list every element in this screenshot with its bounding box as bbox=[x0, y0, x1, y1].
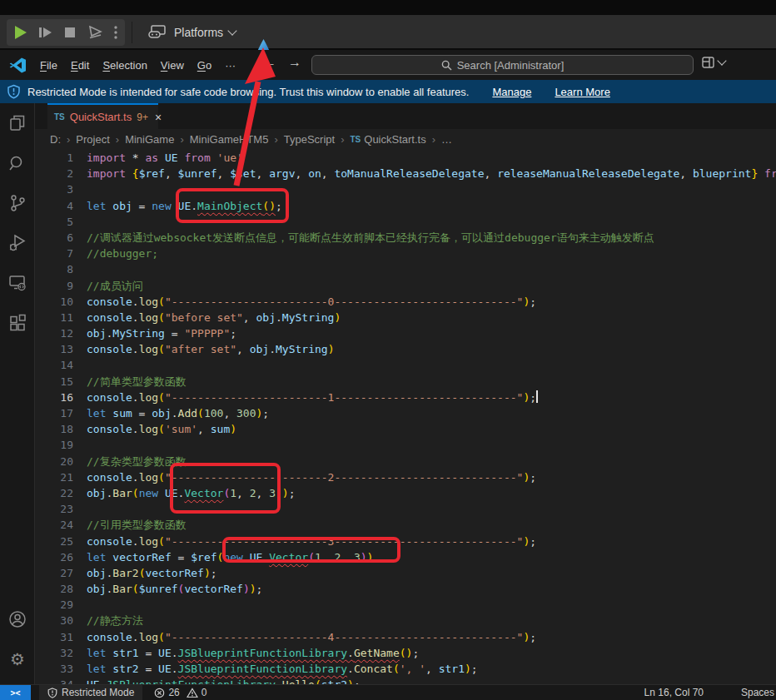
code-token bbox=[126, 167, 132, 180]
line-number: 3 bbox=[35, 181, 73, 197]
line-number: 11 bbox=[35, 310, 73, 325]
manage-link[interactable]: Manage bbox=[492, 86, 531, 98]
sidebar-item-search[interactable] bbox=[0, 143, 35, 183]
code-token: = bbox=[132, 200, 152, 212]
code-token: ; bbox=[530, 471, 536, 484]
code-token: obj bbox=[87, 327, 106, 340]
command-search-input[interactable]: Search [Administrator] bbox=[311, 55, 694, 75]
restricted-mode-status[interactable]: Restricted Mode bbox=[39, 685, 142, 700]
launch-button[interactable] bbox=[87, 23, 103, 42]
breadcrumb-item-project[interactable]: Project bbox=[76, 133, 109, 146]
menu-go[interactable]: Go bbox=[191, 56, 218, 75]
code-token: let bbox=[87, 200, 106, 212]
breadcrumb-item-minigamehtm5[interactable]: MiniGameHTM5 bbox=[190, 133, 269, 146]
breadcrumb-label: MiniGameHTM5 bbox=[190, 133, 269, 146]
code-token: ) bbox=[250, 583, 256, 595]
line-number: 24 bbox=[35, 517, 73, 533]
remote-indicator[interactable]: >< bbox=[0, 685, 31, 700]
tab-quickstart-ts[interactable]: TS QuickStart.ts 9+ × bbox=[47, 103, 158, 129]
code-token: let bbox=[87, 551, 106, 563]
code-token: Hello bbox=[282, 678, 315, 684]
menu-[interactable]: ··· bbox=[218, 56, 242, 75]
learn-more-link[interactable]: Learn More bbox=[555, 86, 609, 98]
line-number: 6 bbox=[35, 230, 73, 246]
code-token: . bbox=[276, 311, 282, 324]
sidebar-item-run-debug[interactable] bbox=[0, 223, 35, 263]
code-token: "------------------------0--------------… bbox=[165, 295, 523, 308]
code-token: . bbox=[132, 391, 139, 404]
code-line-1: 1import * as UE from 'ue' bbox=[35, 150, 776, 166]
code-line-22: 22obj.Bar(new UE.Vector(1, 2, 3)); bbox=[35, 485, 776, 501]
problems-status[interactable]: 26 0 bbox=[154, 687, 206, 698]
accounts-button[interactable] bbox=[0, 599, 35, 639]
line-number: 18 bbox=[35, 421, 73, 437]
code-line-27: 27obj.Bar2(vectorRef); bbox=[35, 565, 776, 581]
search-icon bbox=[7, 153, 27, 173]
code-token: , bbox=[296, 167, 309, 180]
code-token: MyString bbox=[112, 327, 165, 340]
code-token: , bbox=[217, 167, 231, 180]
play-icon bbox=[12, 24, 28, 41]
code-token: "PPPPP" bbox=[184, 327, 230, 340]
line-number: 22 bbox=[35, 485, 73, 501]
code-line-7: 7//debugger; bbox=[35, 246, 776, 261]
line-number: 26 bbox=[35, 549, 73, 565]
line-col-indicator[interactable]: Ln 16, Col 70 bbox=[644, 687, 704, 698]
more-options-button[interactable] bbox=[112, 23, 120, 42]
code-token: , bbox=[256, 487, 270, 499]
forward-arrow-icon[interactable]: → bbox=[288, 55, 301, 70]
shield-icon bbox=[47, 688, 57, 698]
code-token: ) bbox=[204, 567, 211, 579]
code-token: ) bbox=[367, 551, 374, 563]
code-token: ; bbox=[530, 391, 536, 404]
sidebar-item-source-control[interactable] bbox=[0, 183, 35, 223]
sidebar-item-remote-explorer[interactable] bbox=[0, 263, 35, 303]
code-token: releaseManualReleaseDelegate bbox=[497, 167, 679, 180]
code-line-12: 12obj.MyString = "PPPPP"; bbox=[35, 325, 776, 341]
breadcrumb-separator: › bbox=[67, 133, 70, 146]
menu-file[interactable]: File bbox=[33, 56, 64, 75]
line-number: 34 bbox=[35, 677, 73, 684]
code-token bbox=[211, 151, 217, 164]
code-token: sum bbox=[211, 423, 230, 435]
breadcrumb-item-typescript[interactable]: TypeScript bbox=[284, 133, 335, 146]
frame-skip-button[interactable] bbox=[37, 23, 53, 42]
code-token: JSBlueprintFunctionLibrary bbox=[178, 663, 348, 675]
code-line-4: 4let obj = new UE.MainObject(); bbox=[35, 198, 776, 214]
remote-explorer-icon bbox=[7, 273, 27, 293]
layout-customize-button[interactable] bbox=[702, 57, 725, 68]
code-token: console bbox=[87, 391, 132, 404]
menu-selection[interactable]: Selection bbox=[96, 56, 153, 75]
code-token: ) bbox=[347, 678, 354, 684]
code-line-23: 23 bbox=[35, 501, 776, 517]
close-icon[interactable]: × bbox=[155, 111, 162, 124]
line-number: 8 bbox=[35, 261, 73, 277]
line-number: 15 bbox=[35, 374, 73, 390]
indentation-indicator[interactable]: Spaces bbox=[741, 687, 776, 698]
sidebar-item-extensions[interactable] bbox=[0, 303, 35, 343]
code-token: ( bbox=[158, 471, 165, 484]
line-number: 2 bbox=[35, 166, 73, 181]
play-button[interactable] bbox=[12, 23, 28, 42]
menu-view[interactable]: View bbox=[154, 56, 191, 75]
back-arrow-icon[interactable]: ← bbox=[263, 55, 276, 70]
code-line-19: 19 bbox=[35, 437, 776, 453]
stop-button[interactable] bbox=[62, 23, 78, 42]
code-token: 1 bbox=[315, 551, 321, 563]
sidebar-item-explorer[interactable] bbox=[0, 103, 35, 143]
platforms-dropdown[interactable]: Platforms bbox=[148, 22, 236, 43]
code-token: ) bbox=[276, 487, 282, 499]
breadcrumb-item-d[interactable]: D: bbox=[50, 133, 61, 146]
breadcrumb-item-minigame[interactable]: MiniGame bbox=[125, 133, 174, 146]
breadcrumb-item-[interactable]: … bbox=[441, 133, 452, 146]
line-number: 16 bbox=[35, 390, 73, 405]
line-number: 10 bbox=[35, 294, 73, 310]
code-token: UE bbox=[250, 551, 263, 563]
ue-play-controls bbox=[7, 19, 125, 46]
menu-edit[interactable]: Edit bbox=[64, 56, 96, 75]
code-editor[interactable]: 1import * as UE from 'ue'2import {$ref, … bbox=[35, 150, 776, 684]
ue-toolbar: Platforms bbox=[0, 15, 776, 50]
breadcrumb-item-quickstartts[interactable]: TSQuickStart.ts bbox=[350, 133, 425, 146]
settings-button[interactable]: ⚙ bbox=[0, 639, 35, 679]
code-token: ) bbox=[282, 487, 289, 499]
